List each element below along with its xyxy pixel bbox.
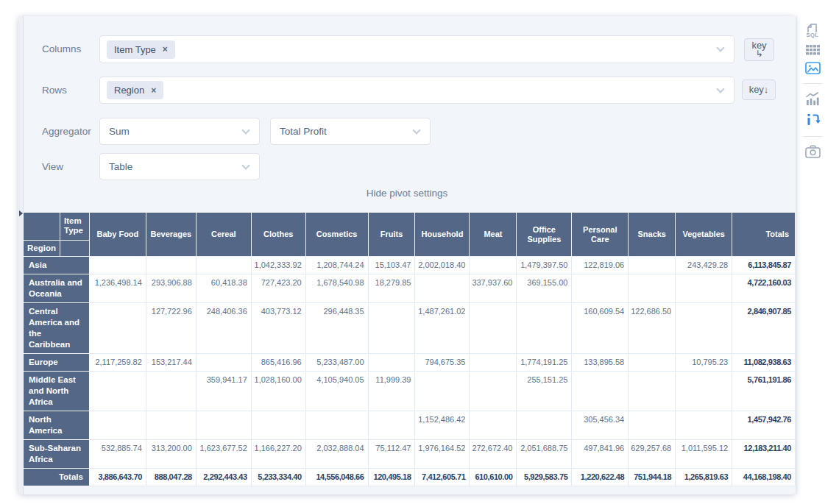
value-cell: 248,406.36 [196, 303, 251, 354]
value-cell: 1,011,595.12 [676, 440, 732, 469]
value-cell [368, 354, 415, 372]
chevron-down-icon [716, 85, 724, 93]
value-cell: 1,976,164.52 [415, 440, 470, 469]
sql-icon[interactable]: SQL [803, 24, 822, 38]
value-cell: 497,841.96 [572, 440, 629, 469]
value-cell [676, 303, 732, 354]
value-cell: 7,412,605.71 [415, 469, 470, 486]
value-cell: 296,448.35 [305, 303, 368, 354]
view-select[interactable]: Table [99, 153, 260, 180]
key-down-label: key [749, 84, 764, 95]
value-cell: 369,155.00 [517, 274, 572, 303]
value-cell: 865,416.96 [251, 354, 305, 372]
column-axis-label: Item Type [60, 213, 89, 241]
pivot-table-container: Item Type Baby FoodBeveragesCerealClothe… [23, 212, 796, 486]
column-header: Personal Care [572, 213, 629, 257]
aggregator-value: Sum [100, 126, 130, 137]
hide-pivot-settings-link[interactable]: Hide pivot settings [18, 188, 796, 199]
value-cell [470, 303, 517, 354]
image-icon[interactable] [803, 62, 822, 74]
value-cell [470, 372, 517, 411]
value-cell: 272,672.40 [470, 440, 517, 469]
chevron-down-icon [716, 43, 724, 52]
value-cell: 1,236,498.14 [89, 274, 146, 303]
camera-icon[interactable] [803, 145, 822, 158]
value-cell: 1,479,397.50 [517, 257, 572, 274]
chevron-down-icon [241, 161, 249, 169]
columns-select[interactable]: Item Type × [99, 35, 734, 63]
row-total-cell: 2,846,907.85 [732, 303, 796, 354]
value-cell [517, 411, 572, 440]
table-row: Australia and Oceania1,236,498.14293,906… [24, 274, 796, 303]
row-header: Sub-Saharan Africa [24, 440, 90, 469]
value-cell: 18,279.85 [368, 274, 415, 303]
row-axis-label: Region [24, 241, 60, 257]
right-toolbar: SQL [796, 16, 838, 494]
column-header: Beverages [146, 213, 196, 257]
value-cell: 2,292,443.43 [196, 469, 251, 486]
column-header: Baby Food [89, 213, 146, 257]
value-cell: 153,217.44 [146, 354, 196, 372]
value-cell: 532,885.74 [89, 440, 146, 469]
column-header: Fruits [368, 213, 415, 257]
value-cell [629, 411, 676, 440]
value-cell: 5,929,583.75 [517, 469, 572, 486]
value-cell [89, 372, 146, 411]
table-row: Asia1,042,333.921,208,744.2415,103.472,0… [24, 257, 796, 274]
table-row: Europe2,117,259.82153,217.44865,416.965,… [24, 354, 796, 372]
value-cell [676, 411, 732, 440]
value-cell [572, 274, 629, 303]
value-cell: 403,773.12 [251, 303, 305, 354]
value-cell: 122,686.50 [629, 303, 676, 354]
table-icon[interactable] [803, 45, 822, 55]
value-cell [89, 257, 146, 274]
value-cell [305, 411, 368, 440]
value-cell [470, 257, 517, 274]
row-total-cell: 11,082,938.63 [732, 354, 796, 372]
row-total-cell: 5,761,191.86 [732, 372, 796, 411]
column-header: Cosmetics [305, 213, 368, 257]
value-cell [89, 411, 146, 440]
value-cell [415, 372, 470, 411]
table-row: North America1,152,486.42305,456.341,457… [24, 411, 796, 440]
value-cell: 11,999.39 [368, 372, 415, 411]
value-cell: 2,002,018.40 [415, 257, 470, 274]
value-cell: 15,103.47 [368, 257, 415, 274]
value-cell: 1,774,191.25 [517, 354, 572, 372]
column-key-order-button[interactable]: key ↳ [744, 38, 774, 61]
value-cell: 75,112.47 [368, 440, 415, 469]
value-cell [146, 411, 196, 440]
columns-label: Columns [42, 43, 81, 54]
value-cell [629, 372, 676, 411]
column-header: Snacks [629, 213, 676, 257]
value-cell [196, 354, 251, 372]
value-cell [470, 354, 517, 372]
value-cell: 337,937.60 [470, 274, 517, 303]
aggregator-field-select[interactable]: Total Profit [270, 118, 431, 145]
column-header: Vegetables [676, 213, 732, 257]
value-cell [470, 411, 517, 440]
arrow-down-icon: ↓ [764, 84, 769, 95]
remove-tag-icon[interactable]: × [163, 45, 168, 54]
row-key-order-button[interactable]: key↓ [742, 79, 776, 100]
rows-select[interactable]: Region × [99, 77, 734, 104]
toolbar-divider [803, 83, 823, 84]
aggregator-select[interactable]: Sum [99, 118, 260, 145]
value-cell: 3,886,643.70 [89, 469, 146, 486]
row-header: Central America and the Caribbean [24, 303, 90, 354]
value-cell [251, 411, 305, 440]
value-cell: 293,906.88 [146, 274, 196, 303]
value-cell [368, 411, 415, 440]
table-row: Central America and the Caribbean127,722… [24, 303, 796, 354]
value-cell [196, 411, 251, 440]
value-cell: 120,495.18 [368, 469, 415, 486]
value-cell: 2,051,688.75 [517, 440, 572, 469]
pivot-icon[interactable] [803, 112, 822, 127]
value-cell: 888,047.28 [146, 469, 196, 486]
value-cell: 133,895.58 [572, 354, 629, 372]
bar-chart-icon[interactable] [803, 92, 822, 105]
value-cell: 2,117,259.82 [89, 354, 146, 372]
remove-tag-icon[interactable]: × [151, 86, 156, 95]
table-row: Middle East and North Africa359,941.171,… [24, 372, 796, 411]
column-header: Household [415, 213, 470, 257]
